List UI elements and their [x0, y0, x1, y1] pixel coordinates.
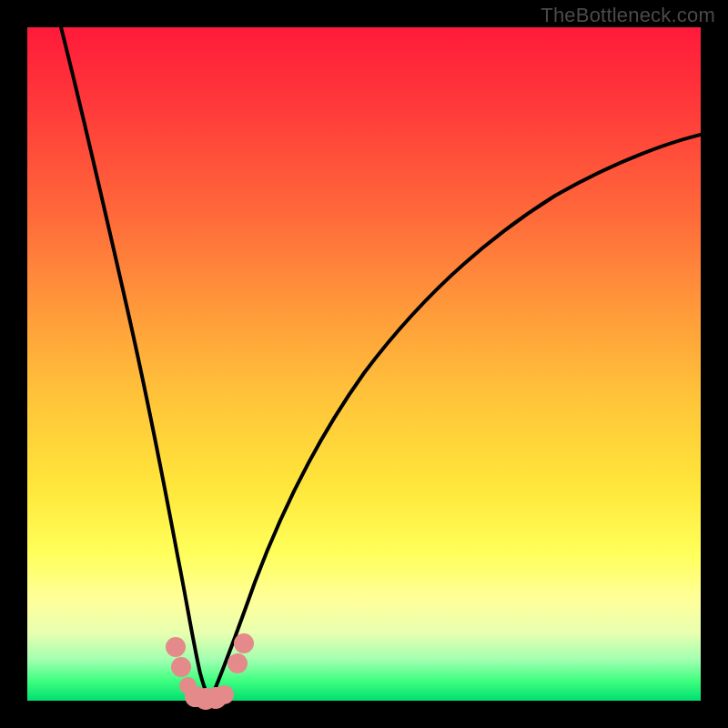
curve-left-branch: [61, 27, 210, 700]
data-marker: [215, 685, 234, 704]
curve-right-branch: [210, 135, 701, 700]
outer-frame: TheBottleneck.com: [0, 0, 728, 728]
bottleneck-curve: [27, 27, 701, 701]
data-marker: [171, 657, 191, 677]
watermark-text: TheBottleneck.com: [541, 4, 715, 27]
data-marker: [166, 637, 186, 657]
plot-area: [27, 27, 701, 701]
